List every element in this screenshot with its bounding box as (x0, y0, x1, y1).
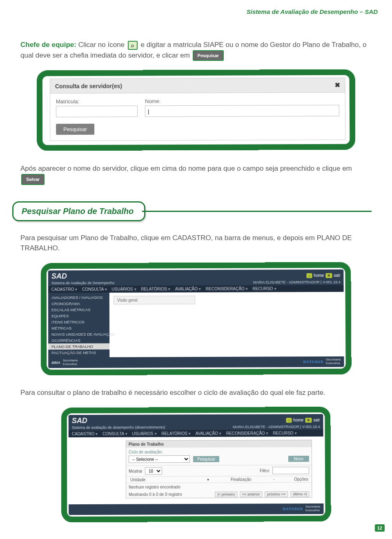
pager-buttons: |< primeiro << anterior próximo >> últim… (214, 492, 310, 497)
menu-item-consulta[interactable]: CONSULTA (82, 287, 107, 291)
intro-lead: Chefe de equipe: (20, 41, 76, 49)
menu-item-relatórios[interactable]: RELATÓRIOS (161, 431, 191, 436)
section-text: Para pesquisar um Plano de Trabalho, cli… (20, 233, 372, 254)
screenshot-sad-menu: SAD ⌂home ✕sair Sistema de Avaliação de … (41, 262, 352, 375)
menubar: CADASTROCONSULTAUSUÁRIOSRELATÓRIOSAVALIA… (48, 285, 344, 293)
sidebar-item[interactable]: CRONOGRAMA (48, 300, 109, 307)
after-search-paragraph: Após aparecer o nome do servidor, clique… (20, 163, 372, 185)
sidebar-item[interactable]: AVALIADORES / AVALIADOS (48, 294, 109, 301)
dialog-body: Matrícula: Nome: Pesquisar (50, 93, 345, 141)
pg-first[interactable]: |< primeiro (215, 491, 238, 497)
col-finalizacao: Finalização (225, 476, 258, 482)
app-userline: MARIA ELISABETE - ADMINISTRADOR | V-001.… (253, 280, 340, 284)
home-label: home (314, 273, 324, 278)
app-subtitle: Sistema de Avaliação de Desempenho (51, 281, 114, 285)
sidebar-item[interactable]: ITENS MÉTRICOS (48, 318, 109, 325)
sidebar-cadastro: AVALIADORES / AVALIADOSCRONOGRAMAESCALAS… (48, 292, 109, 357)
page-number: 12 (375, 524, 385, 532)
panel-novo-button[interactable]: Novo (288, 455, 309, 461)
section-divider (142, 211, 372, 212)
menu-item-relatórios[interactable]: RELATÓRIOS (141, 287, 170, 291)
col-opcoes: Opções (290, 476, 312, 482)
col-unidade: Unidade (126, 477, 192, 483)
main-area: Visão geral (109, 292, 344, 357)
menu-item-cadastro[interactable]: CADASTRO (72, 431, 98, 436)
menu-item-usuários[interactable]: USUÁRIOS (111, 287, 136, 291)
field-matricula: Matrícula: (56, 98, 138, 118)
menu-item-usuários[interactable]: USUÁRIOS (132, 431, 156, 436)
plano-panel-title: Plano de Trabalho (126, 440, 312, 448)
field-nome: Nome: (145, 98, 339, 117)
mostrar-select[interactable]: 10 (145, 467, 162, 474)
table-header: Unidade ▾ Finalização ◦ Opções (126, 476, 312, 483)
sidebar-item[interactable]: PACTUAÇÃO DE METAS (48, 349, 109, 356)
menu-item-cadastro[interactable]: CADASTRO (51, 287, 77, 292)
ciclo-select[interactable]: -- Selecione -- (129, 455, 190, 463)
dialog-titlebar: Consulta de servidor(es) ✖ (50, 78, 345, 94)
sidebar-item[interactable]: MÉTRICAS (48, 325, 109, 331)
nome-input[interactable] (145, 105, 339, 117)
section-heading-row: Pesquisar Plano de Trabalho (12, 201, 372, 221)
menu-item-consulta[interactable]: CONSULTA (102, 431, 127, 436)
pg-next[interactable]: próximo >> (265, 491, 288, 497)
filtro-input[interactable] (272, 467, 309, 474)
sair-label-2: sair (313, 418, 320, 422)
footer-datasus-sub2-2: Executiva (305, 508, 321, 512)
pg-last[interactable]: último >| (290, 491, 309, 497)
panel-pesquisar-button[interactable]: Pesquisar (193, 456, 220, 462)
menu-item-reconsideração[interactable]: RECONSIDERAÇÃO (206, 286, 248, 291)
after-search-part1: Após aparecer o nome do servidor, clique… (20, 165, 352, 172)
footer-datasus-logo-2: DATASUS (283, 507, 303, 511)
bottom-text: Para consultar o plano de trabalho é nec… (20, 388, 372, 398)
footer-mma-sub: Secretaria Executiva (63, 359, 78, 366)
home-button[interactable]: ⌂ (307, 273, 312, 278)
menu-item-avaliação[interactable]: AVALIAÇÃO (196, 431, 221, 435)
pg-prev[interactable]: << anterior (240, 491, 263, 497)
mostrar-label: Mostrar (129, 469, 143, 473)
close-icon[interactable]: ✖ (335, 81, 340, 89)
sair-button[interactable]: ✕ (325, 273, 332, 278)
app-userline-2: MARIA ELISABETE - ADMINISTRADOR | V-001.… (233, 425, 320, 429)
sidebar-item[interactable]: EQUIPES (48, 312, 109, 319)
home-label-2: home (293, 418, 303, 422)
doc-header: Sistema de Avaliação de Desempenho – SAD (20, 8, 378, 15)
footer-mma-sub2: Executiva (63, 362, 78, 366)
sair-button-2[interactable]: ✕ (305, 417, 312, 422)
menu-item-recurso[interactable]: RECURSO (253, 286, 276, 291)
footer-datasus-logo: DATASUS (303, 359, 323, 363)
ciclo-label: Ciclo de avaliação: (126, 447, 312, 456)
sair-label: sair (334, 273, 340, 277)
footer-datasus-sub2: Executiva (326, 361, 341, 365)
filtro-label: Filtro: (260, 468, 270, 472)
footer-mma-logo: MMA (51, 361, 60, 365)
no-records: Nenhum registro encontrado (126, 483, 312, 491)
sad-logo-2: SAD (72, 416, 87, 425)
menu-item-avaliação[interactable]: AVALIAÇÃO (175, 287, 201, 291)
home-button-2[interactable]: ⌂ (286, 417, 292, 422)
sidebar-item[interactable]: PLANO DE TRABALHO (48, 343, 109, 350)
app-subtitle-2: Sistema de avaliação de desempenho (dese… (72, 425, 165, 430)
pesquisar-inline-button: Pesquisar (193, 50, 224, 61)
home-sair: ⌂home ✕sair (307, 273, 341, 278)
pesquisar-button[interactable]: Pesquisar (56, 124, 94, 135)
matricula-input[interactable] (56, 106, 138, 118)
intro-paragraph: Chefe de equipe: Clicar no ícone ⌕ e dig… (20, 40, 372, 61)
sidebar-item[interactable]: NOVAS UNIDADES DE AVALIAÇÃO (48, 331, 109, 337)
search-icon: ⌕ (128, 41, 138, 50)
screenshot-sad-plano: SAD ⌂home ✕sair Sistema de avaliação de … (61, 407, 331, 522)
field-nome-label: Nome: (145, 98, 339, 105)
field-matricula-label: Matrícula: (56, 98, 138, 105)
dialog-title-text: Consulta de servidor(es) (55, 82, 122, 89)
visao-geral-box: Visão geral (114, 296, 195, 305)
sidebar-item[interactable]: OCORRÊNCIAS (48, 337, 109, 343)
plano-panel: Plano de Trabalho Ciclo de avaliação: --… (126, 440, 312, 499)
menu-item-reconsideração[interactable]: RECONSIDERAÇÃO (226, 431, 268, 435)
pager-showing: Mostrando 0 à 0 de 0 registro (129, 492, 182, 497)
screenshot-consulta-servidor: Consulta de servidor(es) ✖ Matrícula: No… (37, 69, 356, 151)
menu-item-recurso[interactable]: RECURSO (273, 431, 296, 435)
menubar-2: CADASTROCONSULTAUSUÁRIOSRELATÓRIOSAVALIA… (69, 430, 323, 437)
sad-logo: SAD (51, 272, 67, 281)
intro-part1: Clicar no ícone (78, 41, 127, 49)
sidebar-item[interactable]: ESCALAS MÉTRICAS (48, 306, 109, 313)
salvar-inline-button: Salvar (21, 174, 45, 185)
